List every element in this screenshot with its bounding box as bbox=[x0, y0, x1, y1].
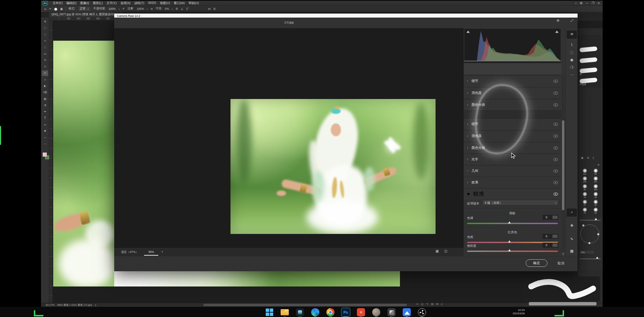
gear-icon[interactable]: ⚙ bbox=[176, 7, 178, 11]
lasso-tool-icon[interactable]: ◌ bbox=[42, 32, 48, 37]
new-item-icon[interactable]: ⊞ bbox=[587, 157, 589, 159]
masking-icon[interactable]: ◌ bbox=[566, 51, 578, 54]
taskbar-app-app-texture[interactable] bbox=[372, 308, 381, 317]
healing-tool-icon[interactable]: ⌑ bbox=[42, 64, 48, 70]
panel-row-0[interactable]: ›细节 bbox=[464, 75, 561, 86]
brush-tool-icon[interactable]: ✑ bbox=[42, 71, 48, 76]
healing-icon[interactable]: ⌇ bbox=[566, 43, 578, 47]
brush-size-item[interactable]: 60 bbox=[590, 169, 601, 175]
minimize-icon[interactable]: — bbox=[585, 2, 588, 5]
eye-icon[interactable] bbox=[554, 146, 558, 150]
brush-preset[interactable] bbox=[580, 57, 598, 63]
brush-size-item[interactable]: 183 bbox=[590, 184, 601, 191]
chevron-down-icon[interactable]: ▾ bbox=[119, 8, 120, 10]
panel-menu-icon[interactable]: ≡ bbox=[598, 163, 599, 166]
scrollbar-thumb[interactable] bbox=[562, 120, 564, 210]
flow-value[interactable]: 100% bbox=[137, 7, 144, 11]
foreground-color-swatch[interactable] bbox=[43, 153, 47, 157]
crop-tool-icon[interactable]: ⛶ bbox=[42, 45, 48, 50]
brush-size-item[interactable]: 27 bbox=[580, 200, 590, 206]
trash-icon[interactable]: ▯ bbox=[441, 303, 442, 305]
slider-thumb[interactable] bbox=[595, 218, 597, 220]
airbrush-icon[interactable]: ≋ bbox=[150, 7, 153, 11]
before-after-view-icon[interactable]: ◫ bbox=[444, 250, 447, 253]
edit-icon[interactable]: ≡ bbox=[566, 32, 578, 36]
path-select-tool-icon[interactable]: ⌯ bbox=[42, 122, 48, 127]
highlight-clipping-icon[interactable] bbox=[555, 31, 559, 33]
new-layer-icon[interactable]: ⊞ bbox=[436, 303, 438, 305]
more-tools-tool-icon[interactable]: ⋯ bbox=[42, 141, 48, 147]
expand-icon[interactable]: ⤢ bbox=[570, 19, 573, 22]
chevron-down-icon[interactable]: ▾ bbox=[162, 251, 163, 253]
zoom-icon[interactable]: ⌕ bbox=[566, 210, 578, 214]
angle-value[interactable]: 1° bbox=[186, 7, 189, 11]
mode-select[interactable]: 正常▾ bbox=[78, 6, 91, 12]
toggle-brush-panel-icon[interactable]: ▣ bbox=[60, 7, 63, 11]
tint-value-field[interactable]: 0 bbox=[543, 215, 558, 220]
eye-icon[interactable] bbox=[554, 170, 558, 173]
brush-preset[interactable] bbox=[580, 78, 598, 83]
more-icon[interactable]: ⋯ bbox=[566, 73, 578, 77]
restore-icon[interactable]: ❐ bbox=[591, 2, 594, 5]
percent-field[interactable]: 9% bbox=[580, 250, 595, 254]
panel-row-calibration[interactable]: ▾ 校准 bbox=[464, 188, 561, 199]
gradient-tool-icon[interactable]: ▨ bbox=[42, 96, 48, 102]
smoothing-value[interactable]: 0% bbox=[165, 7, 169, 11]
fit-zoom-label[interactable]: 适应（47%） bbox=[121, 250, 138, 254]
eye-icon[interactable] bbox=[554, 80, 558, 83]
brush-size-item[interactable]: 19 bbox=[590, 192, 601, 198]
eye-icon[interactable] bbox=[554, 193, 558, 196]
taskbar-app-photoshop[interactable]: Ps bbox=[341, 308, 350, 317]
brush-size-item[interactable]: 24 bbox=[590, 207, 601, 214]
move-tool-icon[interactable]: ✢ bbox=[42, 19, 48, 24]
taskbar-app-edge[interactable] bbox=[311, 308, 320, 317]
pen-tool-icon[interactable]: ✒ bbox=[42, 109, 48, 115]
home-icon[interactable]: ⌂ bbox=[44, 7, 46, 11]
wheel-handle[interactable] bbox=[597, 233, 599, 235]
zoom-tool-icon[interactable]: ⌕ bbox=[42, 135, 48, 140]
menu-item[interactable]: 图像(I) bbox=[80, 1, 89, 5]
folder-icon[interactable]: ▣ bbox=[581, 157, 584, 159]
pressure-opacity-icon[interactable]: ✐ bbox=[122, 7, 125, 11]
gear-icon[interactable]: ⚙ bbox=[557, 19, 560, 22]
taskbar-app-photos[interactable] bbox=[296, 308, 304, 317]
clone-stamp-tool-icon[interactable]: ♨ bbox=[42, 77, 48, 82]
taskbar-app-chrome[interactable] bbox=[326, 308, 335, 317]
panel-scrollbar[interactable] bbox=[529, 302, 597, 305]
menu-item[interactable]: 视图(V) bbox=[160, 1, 170, 5]
eye-icon[interactable] bbox=[554, 103, 558, 106]
dot-icon[interactable]: ⊙ bbox=[416, 303, 418, 305]
type-tool-icon[interactable]: T bbox=[42, 116, 48, 121]
wheel-handle[interactable] bbox=[588, 242, 590, 244]
chevron-down-icon[interactable]: ▾ bbox=[147, 8, 148, 10]
brush-preset[interactable] bbox=[580, 67, 598, 73]
brush-size-item[interactable]: 50 bbox=[580, 184, 590, 191]
grid-icon[interactable]: ▦ bbox=[566, 249, 578, 253]
brush-size-item[interactable]: 12 bbox=[580, 192, 590, 198]
symmetry-icon[interactable]: ⋈ bbox=[208, 7, 211, 11]
taskbar-app-start[interactable] bbox=[265, 308, 274, 317]
process-version-select[interactable]: 5 版（当前） ▾ bbox=[482, 200, 559, 205]
close-icon[interactable]: × bbox=[597, 2, 600, 5]
brush-size-item[interactable]: 14 bbox=[580, 207, 590, 214]
brush-size-item[interactable]: 127 bbox=[590, 176, 601, 183]
history-brush-tool-icon[interactable]: ◐ bbox=[42, 83, 48, 89]
taskbar-app-app-cloud[interactable] bbox=[402, 308, 411, 317]
brush-size-item[interactable]: 112 bbox=[580, 169, 590, 175]
mini-slider[interactable] bbox=[580, 220, 601, 221]
menu-item[interactable]: 文字(Y) bbox=[106, 1, 117, 5]
ok-button[interactable]: 确定 bbox=[526, 259, 547, 267]
saturation-slider[interactable] bbox=[467, 251, 558, 252]
eye-icon[interactable] bbox=[554, 123, 558, 126]
brush-size-item[interactable]: 100 bbox=[580, 176, 590, 183]
menu-item[interactable]: 图层(L) bbox=[93, 1, 103, 5]
scroll-down-icon[interactable]: ▾ bbox=[562, 252, 565, 256]
marquee-tool-icon[interactable]: ⬚ bbox=[42, 25, 48, 31]
taskbar-app-app-dark[interactable] bbox=[387, 308, 396, 317]
dialog-title-bar[interactable]: Camera Raw 14.2 bbox=[114, 14, 578, 18]
menu-item[interactable]: 帮助(H) bbox=[188, 1, 199, 5]
saturation-value-field[interactable]: 0 bbox=[543, 243, 558, 247]
shadow-clipping-icon[interactable] bbox=[466, 31, 470, 33]
brush-preview-icon[interactable]: ● bbox=[54, 7, 58, 11]
wheel-handle[interactable] bbox=[582, 224, 584, 226]
